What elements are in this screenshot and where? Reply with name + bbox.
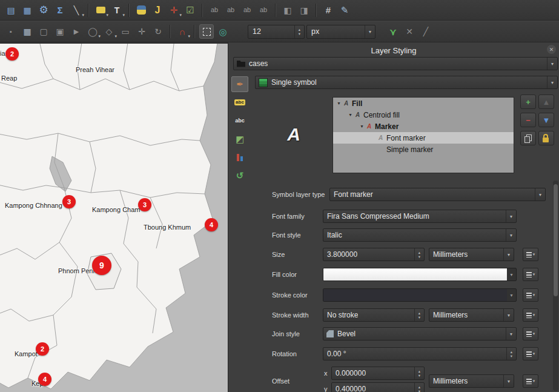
spinner-arrows[interactable]: ▴ ▾ [414,309,424,321]
offset-y-spinbox[interactable]: 0.400000 ▴ ▾ [331,382,425,392]
select-rectangle-icon[interactable]: ▭ [118,24,133,39]
expander-icon[interactable]: ▾ [359,124,365,129]
open-table-icon[interactable]: ▦ [20,24,35,39]
annotation-edit-icon[interactable]: ✎ [337,3,352,18]
label-tool-3-icon[interactable]: ab [240,3,254,18]
remove-item-icon[interactable]: ✕ [402,24,417,39]
select-radius-icon[interactable]: ◯▾ [85,24,100,39]
offset-x-spinbox[interactable]: 0.000000 ▴ ▾ [331,367,425,380]
spinner-arrows[interactable]: ▴ ▾ [414,383,424,392]
spinner-arrows[interactable]: ▴ ▾ [414,248,424,261]
toolbar-separator [88,4,89,17]
annotation-bubble-icon[interactable]: ▾ [93,3,108,18]
lock-symbol-color-button[interactable] [538,131,554,145]
deselect-features-icon[interactable]: ▣ [53,24,67,39]
tab-3d-view[interactable]: ◩ [231,131,248,147]
attribute-table-icon[interactable]: ▤ [4,3,18,18]
join-style-override-button[interactable]: ▾ [523,327,538,341]
rotate-label-icon[interactable]: ↻ [151,24,165,39]
snapping-magnet-icon[interactable]: ∩▾ [175,24,190,39]
duplicate-symbol-layer-button[interactable] [520,131,536,145]
symbol-layer-type-combo[interactable]: Font marker ▾ [329,188,546,201]
spinner-arrows[interactable]: ▴▾ [294,25,304,38]
map-canvas[interactable]: iaReapPreah VihearKampong ChhnangKampong… [0,43,228,392]
offset-override-button[interactable]: ▾ [523,374,538,388]
pointer-arrow-icon[interactable]: ► [69,24,84,39]
label-tool-1-icon-glyph: ab [211,7,218,13]
expander-icon[interactable]: ▾ [336,101,342,106]
stroke-color-override-button[interactable]: ▾ [523,288,538,302]
tab-callouts[interactable]: abc [231,113,248,128]
stroke-width-units-combo[interactable]: Millimeters ▾ [429,308,514,322]
fill-color-button[interactable]: ▾ [323,268,517,281]
java-osm-icon[interactable]: J [150,3,165,18]
join-style-combo[interactable]: Bevel ▾ [323,327,517,341]
measure-ruler-icon[interactable]: ╲▾ [69,3,84,18]
label-tool-1-icon[interactable]: ab [207,3,222,18]
symbol-tree-item[interactable]: ▾ACentroid fill [333,109,514,121]
offset-units-combo[interactable]: Millimeters ▾ [429,374,514,388]
settings-gear-icon[interactable]: ⚙ [36,3,51,18]
move-layer-up-button-glyph: ▲ [543,98,551,106]
cluster-marker: 3 [62,195,76,208]
rotation-override-button[interactable]: ▾ [523,347,538,360]
tab-history[interactable]: ↺ [231,167,248,183]
panel-scrollbar[interactable] [553,181,558,391]
marquee-select-icon[interactable] [199,24,214,39]
layer-selector-combo[interactable]: cases ▾ [233,57,558,70]
label-tool-4-icon[interactable]: ab [256,3,271,18]
spin-up-icon: ▴ [418,250,420,254]
diagonal-line-icon[interactable]: ╱ [418,24,433,39]
font-style-combo[interactable]: Italic ▾ [323,228,517,242]
grid-hash-icon[interactable]: # [321,3,336,18]
symbol-preview: A [282,122,306,147]
add-symbol-layer-button[interactable]: + [520,95,536,109]
symbol-tree-item[interactable]: ▾AFill [333,98,514,109]
move-label-icon[interactable]: ✛ [134,24,149,39]
stroke-width-spinbox[interactable]: No stroke ▴ ▾ [323,308,425,322]
tab-labels-glyph: abc [234,99,245,105]
tab-symbology[interactable]: ✒ [231,76,248,92]
stroke-color-button[interactable]: ▾ [323,288,517,302]
move-layer-up-button[interactable]: ▲ [538,95,554,109]
axes-cross-icon[interactable]: ✛▾ [167,3,181,18]
symbol-tree-item[interactable]: AFont marker [333,132,514,144]
select-polygon-icon[interactable]: ◇▾ [102,24,116,39]
tab-labels[interactable]: abc [231,95,248,110]
select-features-icon[interactable]: ▢ [36,24,51,39]
text-annotation-icon[interactable]: T▾ [110,3,124,18]
mini-square-icon[interactable]: ▪ [4,24,18,39]
symbol-tree-item[interactable]: ▾AMarker [333,121,514,132]
callout-branch-icon[interactable]: ⋎ [386,24,400,39]
spinner-arrows[interactable]: ▴ ▾ [506,348,516,360]
tab-diagrams[interactable] [231,149,248,165]
map-check-icon[interactable]: ☑ [183,3,197,18]
close-panel-button[interactable]: ✕ [547,45,556,54]
remove-symbol-layer-button[interactable]: − [520,113,536,127]
font-family-combo[interactable]: Fira Sans Compressed Medium ▾ [323,210,517,223]
label-tool-2-icon[interactable]: ab [223,3,238,18]
symbol-tree-item[interactable]: Simple marker [333,144,514,155]
join-style-value: Bevel [334,330,356,338]
expander-icon[interactable]: ▾ [347,112,354,118]
spinner-arrows[interactable]: ▴ ▾ [414,367,424,379]
raster-grid-icon[interactable]: ▦ [20,3,35,18]
layer-effect-icon[interactable]: ◧ [280,3,295,18]
stroke-width-override-button[interactable]: ▾ [523,308,538,322]
renderer-combo[interactable]: Single symbol ▾ [255,76,558,89]
size-units-combo[interactable]: Millimeters ▾ [429,248,514,261]
rotation-spinbox[interactable]: 0.00 ° ▴ ▾ [323,347,517,360]
label-font-size-spinbox[interactable]: 12▴▾ [248,25,305,39]
chevron-down-icon: ▾ [535,188,545,201]
label-font-units-combo[interactable]: px▾ [306,25,375,39]
size-override-button[interactable]: ▾ [523,248,538,261]
label-anchor-icon[interactable]: ◎ [216,24,230,39]
statistics-sum-icon[interactable]: Σ [53,3,67,18]
scrollbar-handle[interactable] [554,184,558,296]
toolbar-separator [275,4,276,17]
python-console-icon[interactable] [134,3,148,18]
size-spinbox[interactable]: 3.800000 ▴ ▾ [323,248,425,261]
layer-effect-2-icon[interactable]: ◨ [297,3,311,18]
fill-color-override-button[interactable]: ▾ [523,268,538,281]
move-layer-down-button[interactable]: ▼ [538,113,554,127]
